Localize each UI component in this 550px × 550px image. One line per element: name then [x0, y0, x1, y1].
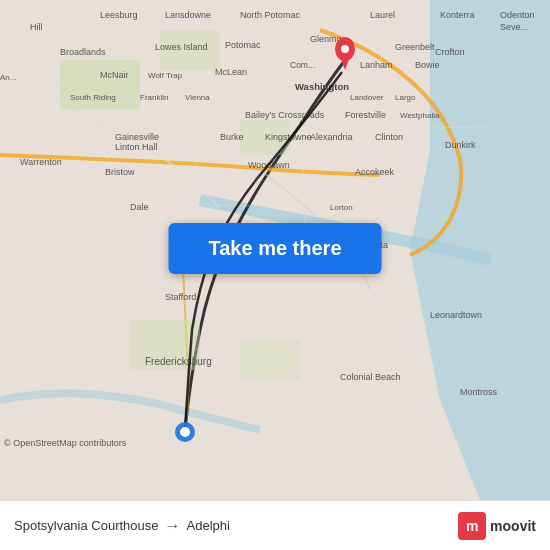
svg-text:Westphalia: Westphalia [400, 111, 440, 120]
svg-text:Hill: Hill [30, 22, 43, 32]
route-info: Spotsylvania Courthouse → Adelphi [14, 517, 230, 535]
svg-text:Crofton: Crofton [435, 47, 465, 57]
svg-text:North Potomac: North Potomac [240, 10, 301, 20]
take-me-there-button[interactable]: Take me there [168, 223, 381, 274]
svg-text:Montross: Montross [460, 387, 498, 397]
svg-rect-5 [240, 340, 300, 380]
svg-text:Seve...: Seve... [500, 22, 528, 32]
svg-text:Bristow: Bristow [105, 167, 135, 177]
moovit-logo: m moovit [458, 512, 536, 540]
svg-text:Dunkirk: Dunkirk [445, 140, 476, 150]
svg-text:Clinton: Clinton [375, 132, 403, 142]
svg-text:Washington: Washington [295, 81, 349, 92]
moovit-text: moovit [490, 518, 536, 534]
svg-text:Lanham: Lanham [360, 60, 393, 70]
svg-text:South Riding: South Riding [70, 93, 116, 102]
svg-text:Lorton: Lorton [330, 203, 353, 212]
origin-marker [175, 422, 195, 442]
svg-text:Bowie: Bowie [415, 60, 440, 70]
moovit-icon: m [458, 512, 486, 540]
svg-text:Wolf Trap: Wolf Trap [148, 71, 183, 80]
svg-text:Franklin: Franklin [140, 93, 168, 102]
svg-text:Com...: Com... [290, 60, 315, 70]
svg-text:Potomac: Potomac [225, 40, 261, 50]
arrow-icon: → [165, 517, 181, 535]
svg-text:Accokeek: Accokeek [355, 167, 395, 177]
svg-text:Alexandria: Alexandria [310, 132, 353, 142]
svg-text:Laurel: Laurel [370, 10, 395, 20]
svg-text:An...: An... [0, 73, 16, 82]
svg-point-57 [341, 45, 349, 53]
svg-text:Largo: Largo [395, 93, 416, 102]
svg-text:Vienna: Vienna [185, 93, 210, 102]
svg-text:Konterra: Konterra [440, 10, 475, 20]
svg-text:Lansdowne: Lansdowne [165, 10, 211, 20]
svg-text:Greenbelt: Greenbelt [395, 42, 435, 52]
svg-text:Burke: Burke [220, 132, 244, 142]
svg-point-59 [180, 427, 190, 437]
svg-text:Broadlands: Broadlands [60, 47, 106, 57]
svg-text:McLean: McLean [215, 67, 247, 77]
svg-text:Leesburg: Leesburg [100, 10, 138, 20]
svg-text:Gainesville: Gainesville [115, 132, 159, 142]
svg-text:Colonial Beach: Colonial Beach [340, 372, 401, 382]
svg-text:Warrenton: Warrenton [20, 157, 62, 167]
svg-text:Leonardtown: Leonardtown [430, 310, 482, 320]
svg-text:Dale: Dale [130, 202, 149, 212]
svg-text:Stafford: Stafford [165, 292, 196, 302]
map-container: Hill Leesburg Lansdowne North Potomac La… [0, 0, 550, 500]
svg-text:Lowes Island: Lowes Island [155, 42, 208, 52]
bottom-bar: Spotsylvania Courthouse → Adelphi m moov… [0, 500, 550, 550]
svg-text:Fredericksburg: Fredericksburg [145, 356, 212, 367]
svg-text:McNair: McNair [100, 70, 129, 80]
svg-text:Forestville: Forestville [345, 110, 386, 120]
svg-rect-1 [60, 60, 140, 110]
svg-text:Linton Hall: Linton Hall [115, 142, 158, 152]
from-label: Spotsylvania Courthouse [14, 518, 159, 533]
to-label: Adelphi [187, 518, 230, 533]
svg-text:Landover: Landover [350, 93, 384, 102]
svg-text:Odenton: Odenton [500, 10, 535, 20]
osm-attribution: © OpenStreetMap contributors [4, 438, 126, 448]
